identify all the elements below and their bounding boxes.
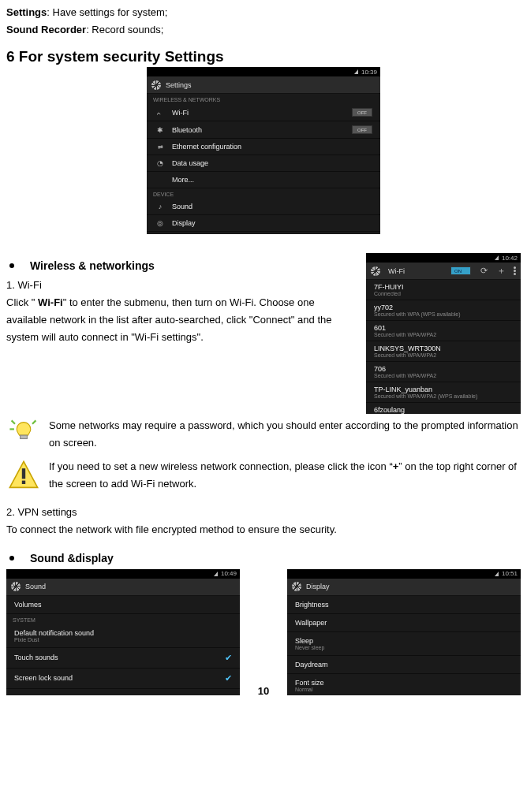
recorder-desc: : Record sounds; — [86, 24, 163, 35]
signal-icon — [495, 255, 499, 260]
status-time-display: 10:51 — [502, 570, 518, 577]
row-wallpaper[interactable]: Wallpaper — [287, 614, 521, 632]
display-label: Display — [172, 219, 372, 227]
sound-title: Sound — [25, 583, 46, 590]
row-bluetooth[interactable]: Bluetooth OFF — [147, 121, 380, 139]
row-storage[interactable]: Storage — [147, 232, 380, 234]
data-usage-label: Data usage — [172, 159, 372, 167]
check-icon: ✔ — [225, 673, 232, 683]
bluetooth-toggle[interactable]: OFF — [352, 125, 372, 134]
row-volumes[interactable]: Volumes — [6, 596, 240, 614]
screenshot-sound: 10:49 Sound Volumes SYSTEM Default notif… — [6, 569, 240, 695]
screenshot-wifi: 10:42 Wi-Fi ON ⟳ ＋ 7F-HUIYIConnected yy7… — [366, 253, 521, 414]
row-display[interactable]: Display — [147, 215, 380, 232]
gear-icon — [371, 266, 380, 276]
wifi-net-1[interactable]: yy702Secured with WPA (WPS available) — [366, 300, 521, 321]
row-wifi[interactable]: Wi-Fi OFF — [147, 104, 380, 121]
tip2-text: If you need to set a new wireless networ… — [49, 458, 521, 493]
row-more[interactable]: More... — [147, 172, 380, 188]
refresh-icon[interactable]: ⟳ — [480, 266, 488, 276]
screenshot-settings: 10:39 Settings WIRELESS & NETWORKS Wi-Fi… — [147, 67, 380, 234]
gear-icon — [292, 582, 301, 591]
display-header: Display — [287, 579, 521, 596]
row-brightness[interactable]: Brightness — [287, 596, 521, 614]
sound-header: Sound — [6, 579, 240, 596]
bullet-sounddisplay: Sound &display — [6, 552, 521, 564]
bullet-icon — [9, 556, 14, 561]
warning-icon — [6, 458, 41, 493]
wifi-net-4[interactable]: 706Secured with WPA/WPA2 — [366, 362, 521, 382]
bullet-icon — [9, 263, 14, 268]
data-usage-icon — [155, 159, 166, 167]
bluetooth-label: Bluetooth — [172, 126, 352, 134]
section-wireless: WIRELESS & NETWORKS — [147, 94, 380, 104]
row-datausage[interactable]: Data usage — [147, 155, 380, 172]
status-time: 10:39 — [361, 69, 377, 76]
tip-password: Some networks may require a password, wh… — [6, 417, 521, 452]
wifi-body: Click " Wi-Fi" to enter the submenu, the… — [6, 294, 350, 346]
row-daydream[interactable]: Daydream — [287, 656, 521, 674]
tip1-text: Some networks may require a password, wh… — [49, 417, 521, 452]
ethernet-icon — [155, 143, 166, 151]
section-device: DEVICE — [147, 188, 380, 199]
status-bar-wifi: 10:42 — [366, 253, 521, 263]
add-network-icon[interactable]: ＋ — [497, 265, 506, 277]
wifi-toggle[interactable]: OFF — [352, 108, 372, 117]
row-touch-sounds[interactable]: Touch sounds ✔ — [6, 648, 240, 669]
row-sound[interactable]: Sound — [147, 199, 380, 215]
status-bar: 10:39 — [147, 67, 380, 76]
wifi-screen-title: Wi-Fi — [388, 267, 447, 275]
svg-line-2 — [32, 420, 36, 423]
display-title: Display — [306, 583, 330, 590]
settings-title: Settings — [166, 81, 192, 89]
tip-add-network: If you need to set a new wireless networ… — [6, 458, 521, 493]
check-icon: ✔ — [225, 653, 232, 663]
blank-icon — [155, 176, 166, 184]
row-ethernet[interactable]: Ethernet configuration — [147, 139, 380, 155]
svg-rect-5 — [22, 468, 25, 479]
wifi-label: Wi-Fi — [172, 109, 352, 117]
settings-header: Settings — [147, 76, 380, 94]
bluetooth-icon — [155, 126, 166, 134]
section-heading-6: 6 For system security Settings — [6, 48, 521, 65]
more-label: More... — [172, 176, 372, 184]
svg-rect-6 — [22, 481, 25, 484]
wifi-net-0[interactable]: 7F-HUIYIConnected — [366, 280, 521, 300]
row-sleep[interactable]: Sleep Never sleep — [287, 632, 521, 656]
wifi-net-5[interactable]: TP-LINK_yuanbanSecured with WPA/WPA2 (WP… — [366, 382, 521, 403]
wifi-sub1: 1. Wi-Fi — [6, 277, 350, 294]
signal-icon — [214, 572, 218, 576]
svg-line-1 — [12, 420, 15, 423]
row-notification[interactable]: Default notification sound Pixie Dust — [6, 624, 240, 648]
wifi-net-3[interactable]: LINKSYS_WRT300NSecured with WPA/WPA2 — [366, 341, 521, 362]
wireless-heading: Wireless & networkings — [30, 259, 155, 272]
lightbulb-icon — [6, 417, 41, 452]
sound-icon — [155, 203, 166, 210]
gear-icon — [151, 80, 161, 90]
screenshot-display: 10:51 Display Brightness Wallpaper Sleep… — [287, 569, 521, 695]
ethernet-label: Ethernet configuration — [172, 143, 372, 151]
row-font[interactable]: Font size Normal — [287, 674, 521, 695]
signal-icon — [354, 69, 358, 74]
bullet-wireless: Wireless & networkings — [6, 259, 350, 272]
intro-settings: Settings: Have settings for system; — [6, 5, 521, 20]
settings-desc: : Have settings for system; — [47, 6, 167, 18]
wifi-net-6[interactable]: 6fzoulangSecured with WPA/WPA2 — [366, 403, 521, 414]
intro-recorder: Sound Recorder: Record sounds; — [6, 22, 521, 38]
row-lock-sound[interactable]: Screen lock sound ✔ — [6, 669, 240, 689]
overflow-menu-icon[interactable] — [514, 266, 516, 275]
settings-term: Settings — [6, 6, 47, 18]
display-icon — [155, 219, 166, 227]
wifi-net-2[interactable]: 601Secured with WPA/WPA2 — [366, 321, 521, 341]
gear-icon — [11, 582, 21, 591]
status-bar-display: 10:51 — [287, 569, 521, 579]
wifi-header: Wi-Fi ON ⟳ ＋ — [366, 263, 521, 280]
wifi-icon — [155, 109, 166, 117]
wifi-on-toggle[interactable]: ON — [450, 266, 471, 275]
status-time-wifi: 10:42 — [502, 255, 518, 262]
svg-rect-0 — [21, 435, 28, 438]
sound-label: Sound — [172, 203, 372, 210]
page-number: 10 — [258, 685, 269, 697]
vpn-body: To connect the network with file encrypt… — [6, 521, 521, 538]
status-time-sound: 10:49 — [221, 570, 237, 577]
